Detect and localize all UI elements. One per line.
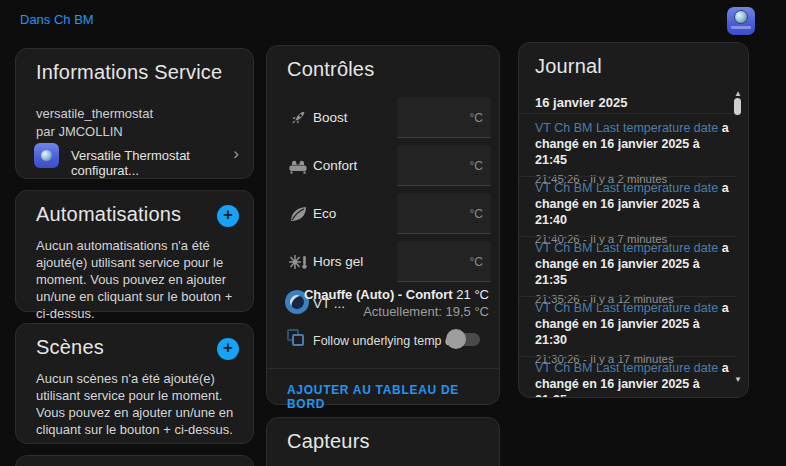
chevron-right-icon: › bbox=[233, 144, 239, 164]
service-info-card: Informations Service versatile_thermosta… bbox=[15, 48, 254, 179]
scroll-up-icon[interactable]: ▲ bbox=[733, 89, 743, 98]
entry-entity-link[interactable]: VT Ch BM Last temperature date bbox=[535, 121, 718, 135]
entry-entity-link[interactable]: VT Ch BM Last temperature date bbox=[535, 301, 718, 315]
integration-config-row[interactable]: Versatile Thermostat configurat... › bbox=[32, 143, 243, 171]
follow-underlying-toggle[interactable] bbox=[448, 333, 480, 346]
confort-temp-field: °C bbox=[397, 145, 491, 186]
entry-entity-link[interactable]: VT Ch BM Last temperature date bbox=[535, 361, 718, 375]
partial-card bbox=[15, 455, 254, 466]
journal-divider bbox=[519, 113, 736, 114]
eco-temp-field: °C bbox=[397, 193, 491, 234]
scenes-empty-text: Aucun scènes n'a été ajouté(e) utilisant… bbox=[36, 370, 235, 438]
hors-gel-unit: °C bbox=[470, 255, 483, 269]
journal-divider bbox=[519, 236, 736, 237]
automations-card: Automatisations + Aucun automatisations … bbox=[15, 190, 254, 312]
climate-state: Chauffe (Auto) - Confort 21 °C bbox=[304, 287, 489, 302]
climate-state-temp: 21 °C bbox=[456, 287, 489, 302]
scroll-down-icon[interactable]: ▼ bbox=[733, 375, 743, 384]
integration-logo-icon bbox=[34, 143, 59, 168]
service-name: versatile_thermostat bbox=[36, 106, 153, 121]
logo-caption bbox=[731, 26, 751, 29]
hors-gel-temp-input[interactable] bbox=[405, 241, 463, 281]
entry-entity-link[interactable]: VT Ch BM Last temperature date bbox=[535, 181, 718, 195]
journal-title: Journal bbox=[535, 55, 602, 78]
confort-label: Confort bbox=[313, 158, 357, 173]
boost-label: Boost bbox=[313, 110, 348, 125]
sofa-icon bbox=[287, 155, 309, 177]
add-to-dashboard-button[interactable]: AJOUTER AU TABLEAU DE BORD bbox=[287, 383, 499, 411]
entry-entity-link[interactable]: VT Ch BM Last temperature date bbox=[535, 241, 718, 255]
controls-title: Contrôles bbox=[287, 58, 374, 81]
journal-divider bbox=[519, 176, 736, 177]
boost-temp-input[interactable] bbox=[405, 97, 463, 137]
versatile-thermostat-logo-icon bbox=[727, 7, 755, 35]
service-author: par JMCOLLIN bbox=[36, 124, 123, 139]
add-automation-button[interactable]: + bbox=[217, 205, 239, 227]
sensors-title: Capteurs bbox=[287, 430, 370, 453]
integration-config-label: Versatile Thermostat configurat... bbox=[71, 148, 243, 178]
confort-temp-input[interactable] bbox=[405, 145, 463, 185]
automations-title: Automatisations bbox=[36, 203, 181, 226]
rocket-icon bbox=[287, 107, 309, 129]
copy-icon bbox=[287, 329, 307, 349]
scenes-card: Scènes + Aucun scènes n'a été ajouté(e) … bbox=[15, 323, 254, 444]
eco-unit: °C bbox=[470, 207, 483, 221]
climate-current-temp: Actuellement: 19,5 °C bbox=[363, 304, 489, 319]
journal-divider bbox=[519, 356, 736, 357]
controls-divider bbox=[267, 368, 499, 369]
hors-gel-label: Hors gel bbox=[313, 254, 363, 269]
controls-card: Contrôles Boost °C Confort °C Eco °C Hor… bbox=[266, 45, 500, 405]
globe-icon bbox=[734, 10, 748, 24]
snowflake-thermometer-icon bbox=[287, 251, 309, 273]
journal-scrollbar[interactable]: ▲ ▼ bbox=[732, 87, 744, 387]
boost-unit: °C bbox=[470, 111, 483, 125]
service-info-title: Informations Service bbox=[36, 61, 222, 84]
leaf-icon bbox=[287, 203, 309, 225]
journal-card: Journal 16 janvier 2025 VT Ch BM Last te… bbox=[518, 42, 749, 398]
boost-temp-field: °C bbox=[397, 97, 491, 138]
journal-divider bbox=[519, 296, 736, 297]
toggle-knob bbox=[446, 329, 466, 349]
hors-gel-temp-field: °C bbox=[397, 241, 491, 282]
eco-temp-input[interactable] bbox=[405, 193, 463, 233]
scrollbar-thumb[interactable] bbox=[734, 98, 741, 115]
eco-label: Eco bbox=[313, 206, 336, 221]
journal-date-header: 16 janvier 2025 bbox=[535, 95, 628, 110]
sensors-card: Capteurs bbox=[266, 417, 500, 466]
scenes-title: Scènes bbox=[36, 336, 104, 359]
journal-entry: VT Ch BM Last temperature date a changé … bbox=[535, 360, 735, 398]
confort-unit: °C bbox=[470, 159, 483, 173]
breadcrumb[interactable]: Dans Ch BM bbox=[20, 12, 94, 27]
automations-empty-text: Aucun automatisations n'a été ajouté(e) … bbox=[36, 237, 235, 322]
add-scene-button[interactable]: + bbox=[217, 338, 239, 360]
climate-state-mode: Chauffe (Auto) - Confort bbox=[304, 287, 453, 302]
